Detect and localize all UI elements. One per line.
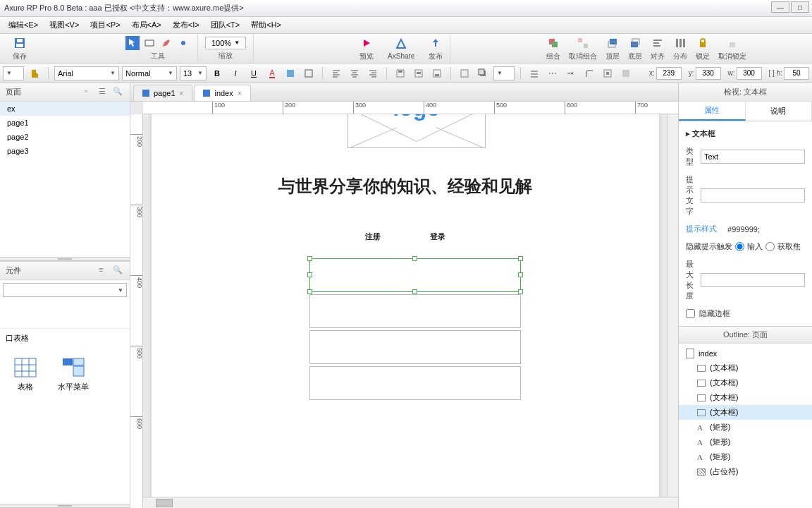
menu-item[interactable]: 视图<V> <box>44 18 85 32</box>
text-field-4[interactable] <box>309 366 521 400</box>
text-field-2[interactable] <box>309 294 521 328</box>
valign-top-button[interactable] <box>393 66 408 80</box>
line-pattern-button[interactable] <box>545 66 560 80</box>
text-field-3[interactable] <box>309 330 521 364</box>
padding-button[interactable] <box>600 66 615 80</box>
library-combo[interactable]: ▼ <box>3 283 127 297</box>
lock-icon[interactable] <box>696 36 710 50</box>
line-width-button[interactable] <box>527 66 542 80</box>
page-surface[interactable]: logo 与世界分享你的知识、经验和见解 注册 登录 <box>152 114 659 508</box>
outline-item[interactable]: index <box>679 346 812 361</box>
border-color-button[interactable] <box>301 66 316 80</box>
ungroup-icon[interactable] <box>576 36 590 50</box>
hint-input[interactable] <box>701 188 805 202</box>
zoom-combo[interactable]: 100%▼ <box>205 37 246 49</box>
menu-item[interactable]: 团队<T> <box>205 18 246 32</box>
distribute-icon[interactable] <box>673 36 687 50</box>
add-page-icon[interactable]: ▫ <box>85 87 96 98</box>
page-item[interactable]: page2 <box>0 130 130 144</box>
tab-notes[interactable]: 说明 <box>746 102 813 121</box>
menu-item[interactable]: 编辑<E> <box>3 18 44 32</box>
point-tool-icon[interactable] <box>176 36 190 50</box>
page-menu-icon[interactable]: ☰ <box>99 87 110 98</box>
search-widget-icon[interactable]: 🔍 <box>113 265 124 277</box>
corner-button[interactable] <box>582 66 597 80</box>
font-style-combo[interactable]: Normal▼ <box>122 66 177 80</box>
hide-border-checkbox[interactable] <box>686 309 695 318</box>
align-left-button[interactable] <box>328 66 344 80</box>
register-tab[interactable]: 注册 <box>365 231 381 242</box>
italic-button[interactable]: I <box>228 66 243 80</box>
pen-tool-icon[interactable] <box>159 36 173 50</box>
menu-item[interactable]: 布局<A> <box>126 18 167 32</box>
outline-item[interactable]: (文本框) <box>679 390 812 405</box>
align-icon[interactable] <box>651 36 665 50</box>
group-icon[interactable] <box>546 36 560 50</box>
arrow-button[interactable] <box>563 66 579 80</box>
x-input[interactable] <box>656 67 682 80</box>
splitter2[interactable] <box>0 504 130 508</box>
radio-input[interactable] <box>735 242 744 251</box>
align-right-button[interactable] <box>365 66 381 80</box>
maxlen-input[interactable] <box>701 273 805 287</box>
widget-table[interactable]: 表格 <box>14 358 37 392</box>
menu-item[interactable]: 发布<I> <box>167 18 205 32</box>
text-color-button[interactable]: A <box>264 66 280 80</box>
menu-item[interactable]: 帮助<H> <box>245 18 287 32</box>
opacity-button[interactable] <box>618 66 634 80</box>
line-style-combo[interactable]: ▼ <box>493 66 515 80</box>
page-item[interactable]: page3 <box>0 144 130 158</box>
scrollbar-vertical[interactable] <box>667 114 678 497</box>
headline-text[interactable]: 与世界分享你的知识、经验和见解 <box>152 175 659 198</box>
tab-properties[interactable]: 属性 <box>679 102 746 121</box>
outline-item[interactable]: (文本框) <box>679 405 812 420</box>
back-icon[interactable] <box>628 36 642 50</box>
widget-hmenu[interactable]: 水平菜单 <box>58 358 89 392</box>
document-tab[interactable]: page1× <box>133 85 192 101</box>
scrollbar-horizontal[interactable] <box>143 497 678 508</box>
w-input[interactable] <box>737 67 762 80</box>
shadow-button[interactable] <box>475 66 491 80</box>
outline-item[interactable]: (文本框) <box>679 375 812 390</box>
y-input[interactable] <box>696 67 721 80</box>
pointer-tool-icon[interactable] <box>125 36 140 50</box>
publish-icon[interactable] <box>429 36 443 50</box>
login-tab[interactable]: 登录 <box>430 231 445 242</box>
align-center-button[interactable] <box>347 66 362 80</box>
maximize-button[interactable]: □ <box>791 1 809 13</box>
page-item[interactable]: page1 <box>0 116 130 130</box>
widget-menu-icon[interactable]: ≡ <box>99 265 110 277</box>
menu-item[interactable]: 项目<P> <box>85 18 125 32</box>
valign-bot-button[interactable] <box>429 66 445 80</box>
underline-button[interactable]: U <box>246 66 262 80</box>
radio-focus[interactable] <box>765 242 775 251</box>
search-page-icon[interactable]: 🔍 <box>113 87 124 98</box>
type-input[interactable] <box>701 150 805 164</box>
outline-item[interactable]: A(矩形) <box>679 420 812 435</box>
outline-item[interactable]: (文本框) <box>679 361 812 375</box>
preview-icon[interactable] <box>359 36 374 50</box>
outline-item[interactable]: (占位符) <box>679 464 812 479</box>
font-size-combo[interactable]: 13▼ <box>180 66 207 80</box>
fill-color-button[interactable] <box>283 66 298 80</box>
unlock-icon[interactable] <box>725 36 739 50</box>
valign-mid-button[interactable] <box>411 66 426 80</box>
canvas[interactable]: logo 与世界分享你的知识、经验和见解 注册 登录 <box>143 114 678 508</box>
front-icon[interactable] <box>605 36 620 50</box>
logo-placeholder[interactable]: logo <box>347 114 486 148</box>
format-painter-icon[interactable] <box>27 66 42 80</box>
style-preset-combo[interactable]: ▼ <box>3 66 24 80</box>
fill-button[interactable] <box>457 66 472 80</box>
outline-item[interactable]: A(矩形) <box>679 449 812 464</box>
rect-tool-icon[interactable] <box>142 36 156 50</box>
outline-item[interactable]: A(矩形) <box>679 435 812 449</box>
minimize-button[interactable]: — <box>771 1 789 13</box>
page-item[interactable]: ex <box>0 102 130 116</box>
text-field-selected[interactable] <box>309 258 521 292</box>
document-tab[interactable]: index× <box>194 85 250 101</box>
bold-button[interactable]: B <box>209 66 225 80</box>
axshare-icon[interactable] <box>394 37 408 51</box>
font-combo[interactable]: Arial▼ <box>54 66 119 80</box>
h-input[interactable] <box>784 67 809 80</box>
hint-style-link[interactable]: 提示样式 <box>686 224 717 234</box>
